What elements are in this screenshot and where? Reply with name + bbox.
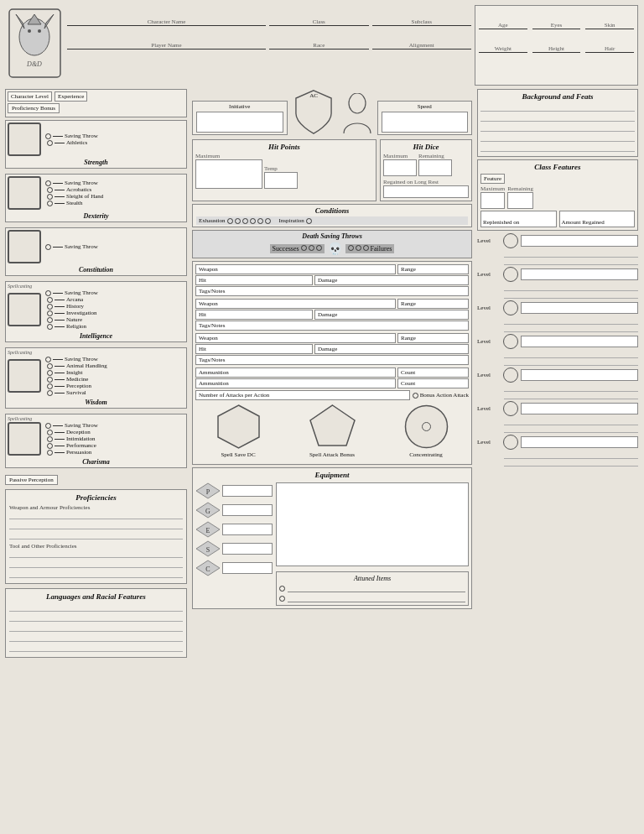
success-1[interactable] bbox=[301, 245, 307, 251]
animal-check[interactable] bbox=[47, 363, 53, 369]
intelligence-score[interactable] bbox=[8, 293, 41, 326]
alignment-field[interactable]: Alignment bbox=[372, 29, 472, 50]
stealth-check[interactable] bbox=[47, 201, 53, 206]
level-3-boxes[interactable] bbox=[521, 302, 638, 314]
level-4-boxes[interactable] bbox=[521, 336, 638, 347]
exhaustion-1[interactable] bbox=[227, 218, 233, 224]
deception-check[interactable] bbox=[47, 430, 53, 435]
exhaustion-6[interactable] bbox=[265, 218, 271, 224]
level-2-circle[interactable] bbox=[503, 267, 518, 282]
fail-2[interactable] bbox=[356, 245, 361, 251]
attuned-2-value[interactable] bbox=[288, 594, 465, 602]
exhaustion-4[interactable] bbox=[250, 218, 256, 224]
athletics-check[interactable] bbox=[47, 140, 53, 146]
cha-save-check[interactable] bbox=[45, 423, 51, 429]
hp-current[interactable] bbox=[195, 159, 262, 189]
int-save-check[interactable] bbox=[45, 290, 51, 296]
coin-g-value[interactable] bbox=[222, 504, 273, 516]
weapon1-hit[interactable]: Hit bbox=[195, 275, 313, 285]
level-4-circle[interactable] bbox=[503, 334, 518, 349]
weapon3-hit[interactable]: Hit bbox=[195, 344, 313, 354]
weapon1-name[interactable]: Weapon bbox=[195, 264, 396, 274]
coin-c-value[interactable] bbox=[222, 562, 273, 574]
feature-remaining[interactable] bbox=[507, 192, 533, 209]
intimidation-check[interactable] bbox=[47, 436, 53, 442]
dexterity-score[interactable] bbox=[8, 176, 41, 210]
coin-e-value[interactable] bbox=[222, 524, 273, 535]
level-1-circle[interactable] bbox=[503, 233, 518, 248]
coin-s-value[interactable] bbox=[222, 543, 273, 555]
weapon3-tags[interactable]: Tags/Notes bbox=[195, 355, 469, 365]
str-save-check[interactable] bbox=[45, 133, 51, 139]
weapon2-tags[interactable]: Tags/Notes bbox=[195, 321, 469, 331]
weapon2-range[interactable]: Range bbox=[397, 299, 469, 309]
wis-save-check[interactable] bbox=[45, 357, 51, 362]
exhaustion-5[interactable] bbox=[257, 218, 263, 224]
bonus-attack-check[interactable]: Bonus Action Attack bbox=[413, 392, 469, 399]
ammo2-count[interactable]: Count bbox=[397, 378, 469, 388]
arcana-check[interactable] bbox=[47, 297, 53, 303]
weight-field[interactable]: Weight bbox=[479, 32, 527, 53]
hd-max[interactable] bbox=[383, 159, 417, 176]
weapon2-hit[interactable]: Hit bbox=[195, 310, 313, 320]
character-level-box[interactable]: Character Level bbox=[8, 91, 52, 102]
age-field[interactable]: Age bbox=[479, 8, 527, 29]
level-1-boxes[interactable] bbox=[521, 235, 638, 247]
survival-check[interactable] bbox=[47, 390, 53, 396]
success-3[interactable] bbox=[316, 245, 322, 251]
history-check[interactable] bbox=[47, 304, 53, 310]
attuned-1-check[interactable] bbox=[279, 586, 285, 592]
weapon2-name[interactable]: Weapon bbox=[195, 299, 396, 309]
hd-regained[interactable] bbox=[383, 185, 469, 198]
level-6-circle[interactable] bbox=[503, 401, 518, 416]
constitution-score[interactable] bbox=[8, 230, 41, 263]
level-5-circle[interactable] bbox=[503, 367, 518, 383]
level-3-circle[interactable] bbox=[503, 300, 518, 315]
persuasion-check[interactable] bbox=[47, 450, 53, 456]
experience-box[interactable]: Experience bbox=[55, 91, 87, 102]
weapon1-tags[interactable]: Tags/Notes bbox=[195, 286, 469, 296]
attacks-input[interactable]: Number of Attacks per Action bbox=[195, 390, 410, 400]
weapon3-name[interactable]: Weapon bbox=[195, 333, 396, 343]
weapon3-dmg[interactable]: Damage bbox=[314, 344, 469, 354]
level-7-boxes[interactable] bbox=[521, 436, 638, 448]
acrobatics-check[interactable] bbox=[47, 187, 53, 193]
proficiency-bonus-box[interactable]: Proficiency Bonus bbox=[8, 103, 60, 113]
success-2[interactable] bbox=[309, 245, 314, 251]
medicine-check[interactable] bbox=[47, 377, 53, 383]
equipment-items[interactable] bbox=[276, 482, 469, 566]
level-6-boxes[interactable] bbox=[521, 403, 638, 414]
feature-max[interactable] bbox=[480, 192, 505, 209]
speed-value[interactable] bbox=[382, 112, 469, 133]
level-7-circle[interactable] bbox=[503, 435, 518, 450]
weapon2-dmg[interactable]: Damage bbox=[314, 310, 469, 320]
level-2-boxes[interactable] bbox=[521, 268, 638, 280]
hp-temp[interactable] bbox=[264, 172, 298, 189]
player-name-field[interactable]: Player Name bbox=[67, 29, 266, 50]
ammo1-name[interactable]: Ammunition bbox=[195, 367, 396, 378]
initiative-value[interactable] bbox=[196, 112, 283, 133]
exhaustion-2[interactable] bbox=[235, 218, 241, 224]
religion-check[interactable] bbox=[47, 324, 53, 330]
weapon1-range[interactable]: Range bbox=[397, 264, 469, 274]
dex-save-check[interactable] bbox=[45, 180, 51, 186]
exhaustion-3[interactable] bbox=[242, 218, 248, 224]
replenished-on-box[interactable]: Replenished on bbox=[480, 211, 557, 227]
nature-check[interactable] bbox=[47, 317, 53, 323]
investigation-check[interactable] bbox=[47, 310, 53, 316]
attuned-2-check[interactable] bbox=[279, 596, 285, 602]
height-field[interactable]: Height bbox=[532, 32, 581, 53]
sleight-check[interactable] bbox=[47, 194, 53, 200]
race-field[interactable]: Race bbox=[269, 29, 369, 50]
fail-3[interactable] bbox=[363, 245, 369, 251]
ammo2-name[interactable]: Ammunition bbox=[195, 378, 396, 388]
perception-check[interactable] bbox=[47, 383, 53, 389]
hair-field[interactable]: Hair bbox=[585, 32, 634, 53]
level-5-boxes[interactable] bbox=[521, 369, 638, 381]
feature-label[interactable]: Feature bbox=[480, 174, 505, 184]
eyes-field[interactable]: Eyes bbox=[532, 8, 581, 29]
coin-p-value[interactable] bbox=[222, 485, 273, 497]
strength-score[interactable] bbox=[8, 122, 41, 156]
insight-check[interactable] bbox=[47, 370, 53, 376]
ammo1-count[interactable]: Count bbox=[397, 367, 469, 378]
